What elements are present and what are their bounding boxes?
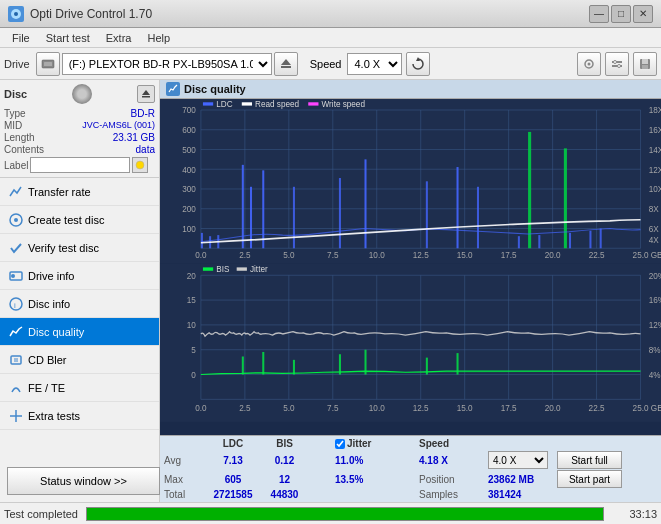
avg-speed: 4.18 X [419,455,484,466]
nav-fe-te[interactable]: FE / TE [0,374,159,402]
nav-verify-test-disc[interactable]: Verify test disc [0,234,159,262]
svg-text:LDC: LDC [216,99,232,109]
bottom-chart-svg: 20 15 10 5 0 20% 16% 12% 8% 4% 0.0 2.5 5… [160,264,661,422]
svg-rect-77 [201,233,203,248]
chart-header-icon [166,82,180,96]
svg-text:100: 100 [182,224,196,234]
stats-area: LDC BIS Jitter Speed Avg 7.13 0.12 11.0%… [160,435,661,502]
svg-rect-146 [364,349,366,374]
minimize-button[interactable]: — [589,5,609,23]
top-chart-svg: 700 600 500 400 300 200 100 18X 16X 14X … [160,99,661,264]
svg-text:25.0: 25.0 [633,250,649,260]
svg-text:5: 5 [191,344,196,354]
position-label: Position [419,474,484,485]
close-button[interactable]: ✕ [633,5,653,23]
disc-mid-key: MID [4,120,22,131]
svg-rect-3 [44,62,52,66]
drive-label: Drive [4,58,30,70]
svg-text:Write speed: Write speed [322,99,366,109]
svg-marker-4 [281,59,291,65]
svg-text:0.0: 0.0 [195,250,207,260]
nav-transfer-rate[interactable]: Transfer rate [0,178,159,206]
nav-create-test-disc[interactable]: Create test disc [0,206,159,234]
ldc-header: LDC [208,438,258,449]
menu-extra[interactable]: Extra [98,30,140,46]
svg-text:16X: 16X [649,125,661,135]
svg-text:22.5: 22.5 [589,402,605,412]
disc-mid-val: JVC-AMS6L (001) [82,120,155,131]
speed-select[interactable]: 4.0 X [347,53,402,75]
svg-rect-5 [281,66,291,68]
svg-text:GB: GB [651,402,661,412]
svg-text:BIS: BIS [216,264,229,274]
svg-text:8X: 8X [649,204,659,214]
speed-select[interactable]: 4.0 X [488,451,548,469]
nav-drive-info[interactable]: Drive info [0,262,159,290]
svg-rect-15 [642,65,648,69]
status-window-btn[interactable]: Status window >> [7,467,160,495]
main-layout: Disc Type BD-R MID JVC-AMS6L (001) Lengt… [0,80,661,502]
svg-point-20 [14,218,18,222]
svg-rect-147 [426,357,428,374]
maximize-button[interactable]: □ [611,5,631,23]
svg-rect-94 [589,231,591,249]
save-button[interactable] [633,52,657,76]
start-part-btn[interactable]: Start part [557,470,622,488]
svg-text:10: 10 [187,320,196,330]
menu-file[interactable]: File [4,30,38,46]
disc-label-input[interactable] [30,157,130,173]
svg-text:5.0: 5.0 [283,250,295,260]
svg-rect-17 [142,96,150,98]
disc-length-key: Length [4,132,35,143]
svg-text:0: 0 [191,369,196,379]
settings-button2[interactable] [605,52,629,76]
svg-text:14X: 14X [649,144,661,154]
svg-text:200: 200 [182,204,196,214]
nav-disc-quality[interactable]: Disc quality [0,318,159,346]
svg-rect-144 [293,359,295,374]
start-full-btn[interactable]: Start full [557,451,622,469]
menu-help[interactable]: Help [139,30,178,46]
svg-text:12.5: 12.5 [413,250,429,260]
svg-point-22 [11,274,15,278]
svg-text:Read speed: Read speed [255,99,299,109]
svg-text:7.5: 7.5 [327,250,339,260]
samples-label: Samples [419,489,484,500]
settings-button1[interactable] [577,52,601,76]
nav-disc-info[interactable]: i Disc info [0,290,159,318]
jitter-checkbox[interactable] [335,439,345,449]
svg-text:12%: 12% [649,320,661,330]
refresh-button[interactable] [406,52,430,76]
svg-text:10X: 10X [649,184,661,194]
drive-icon-btn[interactable] [36,52,60,76]
nav-cd-bler[interactable]: CD Bler [0,346,159,374]
svg-text:16%: 16% [649,295,661,305]
toolbar: Drive (F:) PLEXTOR BD-R PX-LB950SA 1.06 … [0,48,661,80]
disc-type-key: Type [4,108,26,119]
svg-text:20: 20 [187,270,196,280]
svg-text:12X: 12X [649,164,661,174]
speed-header: Speed [419,438,484,449]
svg-point-23 [10,298,22,310]
svg-text:2.5: 2.5 [239,250,251,260]
progress-bar-inner [87,508,603,520]
svg-rect-85 [364,159,366,248]
menu-start-test[interactable]: Start test [38,30,98,46]
svg-text:10.0: 10.0 [369,250,385,260]
svg-rect-93 [569,233,571,248]
nav-extra-tests[interactable]: Extra tests [0,402,159,430]
svg-rect-148 [457,353,459,374]
disc-eject-btn[interactable] [137,85,155,103]
status-text: Test completed [4,508,78,520]
disc-label-btn[interactable] [132,157,148,173]
svg-rect-149 [203,267,213,270]
avg-jitter: 11.0% [335,455,415,466]
svg-text:0.0: 0.0 [195,402,207,412]
svg-text:GB: GB [651,250,661,260]
titlebar: Opti Drive Control 1.70 — □ ✕ [0,0,661,28]
svg-point-11 [614,60,617,63]
drive-select[interactable]: (F:) PLEXTOR BD-R PX-LB950SA 1.06 [62,53,272,75]
window-controls: — □ ✕ [589,5,653,23]
max-jitter: 13.5% [335,474,415,485]
eject-button[interactable] [274,52,298,76]
